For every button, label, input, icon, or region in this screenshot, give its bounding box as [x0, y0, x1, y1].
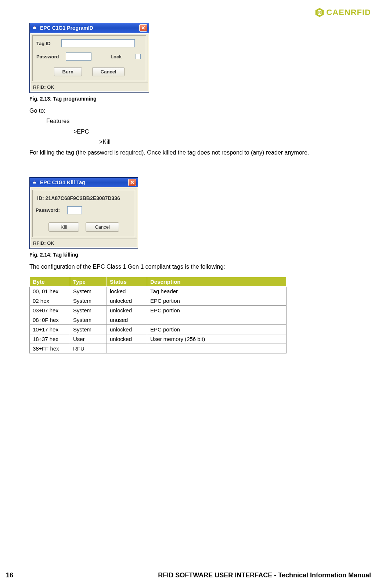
table-cell-desc: User memory (256 bit)	[147, 334, 287, 344]
table-cell-byte: 38÷FF hex	[30, 344, 70, 353]
status-bar: RFID: OK	[31, 83, 148, 91]
java-cup-icon	[32, 179, 38, 185]
kill-tag-titlebar: EPC C1G1 Kill Tag ✕	[30, 178, 138, 187]
program-id-title: EPC C1G1 ProgramID	[40, 25, 137, 31]
figure-caption-213: Fig. 2.13: Tag programming	[29, 96, 371, 102]
table-cell-type: System	[70, 325, 107, 334]
table-cell-byte: 10÷17 hex	[30, 325, 70, 334]
th-byte: Byte	[30, 277, 70, 287]
kill-tag-dialog: EPC C1G1 Kill Tag ✕ ID: 21A87C68F9C2BB2E…	[29, 177, 138, 249]
table-cell-status: unlocked	[107, 334, 147, 344]
table-cell-byte: 03÷07 hex	[30, 306, 70, 315]
table-cell-byte: 18÷37 hex	[30, 334, 70, 344]
table-cell-desc: EPC portion	[147, 325, 287, 334]
lock-label: Lock	[111, 54, 133, 59]
close-button[interactable]: ✕	[128, 179, 136, 186]
table-cell-desc	[147, 315, 287, 325]
table-row: 18÷37 hexUserunlockedUser memory (256 bi…	[30, 334, 287, 344]
close-icon: ✕	[141, 25, 145, 31]
kill-button[interactable]: Kill	[48, 222, 79, 232]
lock-checkbox[interactable]	[136, 54, 141, 59]
table-cell-byte: 02 hex	[30, 296, 70, 306]
table-cell-type: System	[70, 315, 107, 325]
svg-text:R: R	[318, 10, 321, 15]
table-row: 38÷FF hexRFU	[30, 344, 287, 353]
program-id-dialog: EPC C1G1 ProgramID ✕ Tag ID Password Loc…	[29, 23, 149, 93]
burn-button[interactable]: Burn	[54, 67, 82, 76]
table-cell-status: unlocked	[107, 325, 147, 334]
brand-text: CAENRFID	[326, 8, 371, 17]
config-intro: The configuration of the EPC Class 1 Gen…	[29, 263, 371, 271]
table-cell-status: unused	[107, 315, 147, 325]
table-cell-type: RFU	[70, 344, 107, 353]
table-cell-type: User	[70, 334, 107, 344]
tag-id-prefix: ID:	[37, 195, 46, 201]
kill-note: For killing the tag (the password is req…	[29, 149, 371, 157]
close-button[interactable]: ✕	[139, 24, 147, 32]
nav-features: Features	[29, 117, 371, 125]
hexagon-r-icon: R	[314, 7, 325, 18]
tag-id-display: ID: 21A87C68F9C2BB2E3087D336	[36, 192, 132, 206]
close-icon: ✕	[130, 179, 134, 185]
table-row: 08÷0F hexSystemunused	[30, 315, 287, 325]
program-id-titlebar: EPC C1G1 ProgramID ✕	[30, 23, 149, 33]
table-cell-type: System	[70, 296, 107, 306]
th-type: Type	[70, 277, 107, 287]
kill-password-input[interactable]	[67, 206, 82, 214]
kill-password-label: Password:	[36, 207, 64, 213]
tag-id-input[interactable]	[61, 39, 135, 47]
nav-kill: >Kill	[29, 138, 371, 146]
brand-logo: R CAENRFID	[314, 7, 371, 18]
footer-title: RFID SOFTWARE USER INTERFACE - Technical…	[21, 571, 371, 579]
table-cell-status: unlocked	[107, 306, 147, 315]
nav-epc: >EPC	[29, 128, 371, 136]
table-row: 00, 01 hexSystemlockedTag header	[30, 287, 287, 296]
table-header-row: Byte Type Status Description	[30, 277, 287, 287]
table-cell-status	[107, 344, 147, 353]
goto-label: Go to:	[29, 107, 371, 115]
cancel-button[interactable]: Cancel	[92, 67, 125, 76]
table-cell-desc: EPC portion	[147, 296, 287, 306]
tag-id-label: Tag ID	[36, 41, 58, 46]
kill-status-bar: RFID: OK	[31, 239, 137, 247]
java-cup-icon	[32, 25, 38, 31]
table-cell-byte: 00, 01 hex	[30, 287, 70, 296]
page-footer: 16 RFID SOFTWARE USER INTERFACE - Techni…	[0, 571, 371, 579]
table-cell-byte: 08÷0F hex	[30, 315, 70, 325]
page-number: 16	[0, 571, 21, 579]
table-row: 10÷17 hexSystemunlockedEPC portion	[30, 325, 287, 334]
config-table: Byte Type Status Description 00, 01 hexS…	[29, 277, 287, 353]
table-cell-type: System	[70, 306, 107, 315]
kill-tag-title: EPC C1G1 Kill Tag	[40, 179, 126, 185]
table-cell-type: System	[70, 287, 107, 296]
table-cell-desc: Tag header	[147, 287, 287, 296]
table-cell-status: locked	[107, 287, 147, 296]
figure-caption-214: Fig. 2.14: Tag killing	[29, 252, 371, 258]
table-row: 03÷07 hexSystemunlockedEPC portion	[30, 306, 287, 315]
password-input[interactable]	[66, 52, 91, 61]
kill-cancel-button[interactable]: Cancel	[86, 222, 119, 232]
table-cell-status: unlocked	[107, 296, 147, 306]
table-row: 02 hexSystemunlockedEPC portion	[30, 296, 287, 306]
tag-id-value: 21A87C68F9C2BB2E3087D336	[46, 195, 120, 201]
table-cell-desc	[147, 344, 287, 353]
password-label: Password	[36, 54, 63, 59]
th-status: Status	[107, 277, 147, 287]
table-cell-desc: EPC portion	[147, 306, 287, 315]
th-desc: Description	[147, 277, 287, 287]
